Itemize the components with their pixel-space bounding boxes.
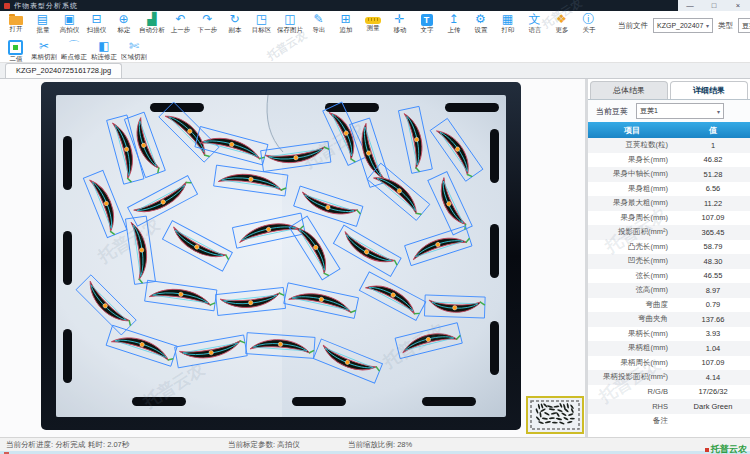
toolbar-button-undo[interactable]: ↶上一步 <box>167 12 194 36</box>
toolbar-button-stem-cut-scissors[interactable]: ✂果柄切割 <box>29 39 59 65</box>
status-bar: 当前分析进度: 分析完成 耗时: 2.07秒 当前标定参数: 高拍仪 当前缩放比… <box>0 437 750 451</box>
current-pod-select[interactable]: 豆荚1 ▾ <box>636 103 724 119</box>
toolbar-button-language[interactable]: 文语言 <box>521 12 548 36</box>
table-cell-item: 果身中轴长(mm) <box>588 169 676 179</box>
tray-image[interactable] <box>40 81 522 431</box>
table-cell-item: 弯曲度 <box>588 300 676 310</box>
navigator-minimap[interactable] <box>526 396 584 434</box>
toolbar-button-label: 语言 <box>528 26 541 35</box>
window-title: 作物表型分析系统 <box>14 1 78 11</box>
toolbar-button-append[interactable]: ⊞追加 <box>332 12 359 36</box>
toolbar-button-upload[interactable]: ↥上传 <box>440 12 467 36</box>
toolbar-button-more[interactable]: ❖更多 <box>548 12 575 36</box>
toolbar-button-duplicate[interactable]: ↻副本 <box>221 12 248 36</box>
toolbar-button-label: 高拍仪 <box>60 26 79 35</box>
maximize-button[interactable]: □ <box>702 0 726 11</box>
export-icon: ✎ <box>313 12 323 26</box>
toolbar-button-measure-ruler[interactable]: 测量 <box>359 12 386 36</box>
toolbar-button-settings-gear[interactable]: ⚙设置 <box>467 12 494 36</box>
toolbar-button-save-image[interactable]: ◫保存图片 <box>275 12 305 36</box>
type-value: 豆荚 <box>742 21 750 31</box>
toolbar-button-doc-camera[interactable]: ▣高拍仪 <box>56 12 83 36</box>
toolbar-button-binary-threshold[interactable]: 二值 <box>2 39 29 65</box>
type-select[interactable]: 豆荚 ▾ <box>738 18 750 33</box>
toolbar-button-calibrate[interactable]: ⊕标定 <box>110 12 137 36</box>
toolbar-button-about-info[interactable]: ⓘ关于 <box>575 12 602 36</box>
document-tabstrip: KZGP_20240725161728.jpg <box>0 63 750 79</box>
toolbar-button-print[interactable]: ▦打印 <box>494 12 521 36</box>
table-header-value: 值 <box>676 125 750 136</box>
toolbar-button-label: 关于 <box>582 26 595 35</box>
print-icon: ▦ <box>502 12 513 26</box>
table-cell-value: 107.09 <box>676 213 750 222</box>
edit-toolbar-items: 二值✂果柄切割⌒断点修正◧粘连修正✄区域切割 <box>2 39 149 65</box>
table-cell-item: 果身最大粗(mm) <box>588 198 676 208</box>
toolbar-button-label: 更多 <box>555 26 568 35</box>
toolbar-button-move[interactable]: ✛移动 <box>386 12 413 36</box>
toolbar-button-text[interactable]: T文字 <box>413 12 440 36</box>
results-tab-overall[interactable]: 总体结果 <box>590 81 668 99</box>
toolbar-button-label: 文字 <box>420 26 433 35</box>
save-image-icon: ◫ <box>284 12 295 26</box>
table-cell-item: 果身长(mm) <box>588 155 676 165</box>
table-row: 弦高(mm)8.97 <box>588 283 750 298</box>
duplicate-icon: ↻ <box>229 12 239 26</box>
table-cell-value: 3.93 <box>676 329 750 338</box>
more-icon: ❖ <box>556 12 567 26</box>
edit-toolbar: 二值✂果柄切割⌒断点修正◧粘连修正✄区域切割 <box>0 39 750 63</box>
redo-icon: ↷ <box>202 12 212 26</box>
toolbar-button-label: 上一步 <box>171 26 190 35</box>
toolbar-button-batch[interactable]: ▤批量 <box>29 12 56 36</box>
main-toolbar-items: 打开▤批量▣高拍仪⊟扫描仪⊕标定▟自动分析↶上一步↷下一步↻副本◳目标区◫保存图… <box>2 12 602 36</box>
toolbar-button-label: 果柄切割 <box>31 53 57 62</box>
breakpoint-fix-icon: ⌒ <box>68 39 80 53</box>
table-cell-item: 凸壳长(mm) <box>588 242 676 252</box>
about-info-icon: ⓘ <box>583 12 595 26</box>
toolbar-button-label: 下一步 <box>198 26 217 35</box>
toolbar-button-redo[interactable]: ↷下一步 <box>194 12 221 36</box>
table-row: 凹壳长(mm)48.30 <box>588 254 750 269</box>
table-row: 果身最大粗(mm)11.22 <box>588 196 750 211</box>
toolbar-button-target-region[interactable]: ◳目标区 <box>248 12 275 36</box>
table-cell-item: 弦长(mm) <box>588 271 676 281</box>
main-toolbar: 打开▤批量▣高拍仪⊟扫描仪⊕标定▟自动分析↶上一步↷下一步↻副本◳目标区◫保存图… <box>0 11 750 39</box>
current-file-value: KZGP_202407 <box>657 22 703 29</box>
table-cell-item: 果身粗(mm) <box>588 184 676 194</box>
image-canvas[interactable]: 托普云农 托普云农 托普云农 托普云农 <box>0 79 585 437</box>
current-file-group: 当前文件 KZGP_202407 ▾ 类型 豆荚 ▾ <box>618 12 750 33</box>
toolbar-button-label: 上传 <box>447 26 460 35</box>
toolbar-button-adhesion-fix[interactable]: ◧粘连修正 <box>89 39 119 65</box>
minimize-button[interactable]: — <box>678 0 702 11</box>
current-file-select[interactable]: KZGP_202407 ▾ <box>653 18 713 33</box>
region-cut-icon: ✄ <box>129 39 139 53</box>
toolbar-button-auto-analyze[interactable]: ▟自动分析 <box>137 12 167 36</box>
toolbar-button-open-folder[interactable]: 打开 <box>2 12 29 36</box>
table-row: R/G/B17/26/32 <box>588 385 750 400</box>
table-cell-value: 8.97 <box>676 286 750 295</box>
status-calibration: 当前标定参数: 高拍仪 <box>228 440 300 450</box>
table-cell-value: 46.82 <box>676 155 750 164</box>
table-cell-item: 凹壳长(mm) <box>588 256 676 266</box>
toolbar-button-breakpoint-fix[interactable]: ⌒断点修正 <box>59 39 89 65</box>
toolbar-button-label: 批量 <box>36 26 49 35</box>
close-button[interactable]: × <box>726 0 750 11</box>
table-row: 果柄长(mm)3.93 <box>588 327 750 342</box>
settings-gear-icon: ⚙ <box>475 12 486 26</box>
undo-icon: ↶ <box>175 12 185 26</box>
auto-analyze-icon: ▟ <box>147 12 156 26</box>
document-tab[interactable]: KZGP_20240725161728.jpg <box>5 63 122 78</box>
paper-sheet-highlight <box>56 95 282 417</box>
table-cell-value: 11.22 <box>676 199 750 208</box>
app-logo-icon <box>4 3 10 9</box>
toolbar-button-export[interactable]: ✎导出 <box>305 12 332 36</box>
results-panel: 总体结果详细结果 当前豆荚 豆荚1 ▾ 项目 值 豆荚粒数(粒)1果身长(mm)… <box>588 79 750 437</box>
table-row: 弯曲夹角137.66 <box>588 312 750 327</box>
move-icon: ✛ <box>394 12 404 26</box>
table-row: 果身中轴长(mm)51.28 <box>588 167 750 182</box>
results-tab-detail[interactable]: 详细结果 <box>670 81 748 99</box>
window-controls: — □ × <box>678 0 750 11</box>
toolbar-button-region-cut[interactable]: ✄区域切割 <box>119 39 149 65</box>
toolbar-button-scanner[interactable]: ⊟扫描仪 <box>83 12 110 36</box>
table-row: 投影面积(mm²)365.45 <box>588 225 750 240</box>
open-folder-icon <box>9 16 23 25</box>
